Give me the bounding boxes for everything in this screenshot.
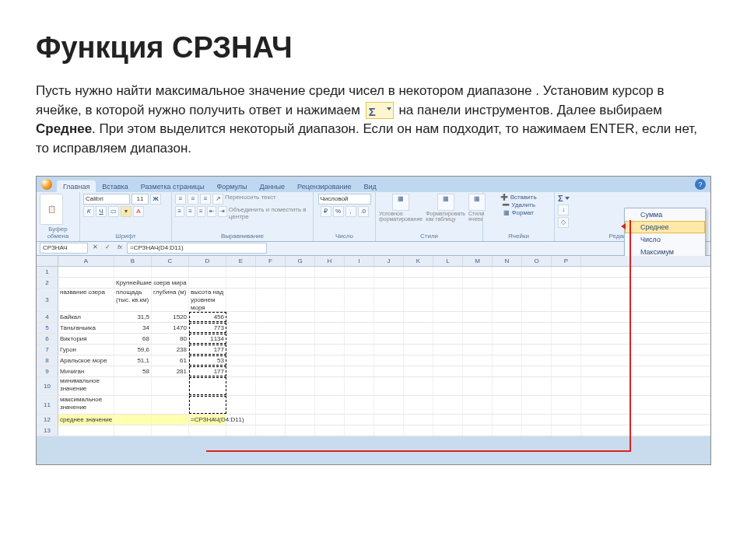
clear-button[interactable]: ◇ [558, 217, 569, 228]
row-11[interactable]: 11максимальное значение [37, 396, 710, 415]
menu-average[interactable]: Среднее [625, 221, 705, 233]
paste-button[interactable]: 📋 [40, 194, 63, 225]
col-E[interactable]: E [226, 256, 256, 266]
row-13[interactable]: 13 [37, 425, 710, 436]
col-G[interactable]: G [286, 256, 315, 266]
row-8[interactable]: 8Аральское море51,16153 [37, 355, 710, 366]
enter-icon[interactable]: ✓ [102, 243, 113, 254]
col-C[interactable]: C [152, 256, 189, 266]
para-part3: . При этом выделится некоторый диапазон.… [36, 121, 697, 156]
indent-inc[interactable]: ⇥ [218, 206, 227, 217]
col-I[interactable]: I [345, 256, 374, 266]
row-1[interactable]: 1 [37, 267, 710, 278]
group-font: Шрифт [83, 233, 168, 240]
menu-count[interactable]: Число [625, 233, 705, 246]
col-N[interactable]: N [493, 256, 522, 266]
office-button[interactable] [41, 179, 52, 190]
col-M[interactable]: M [463, 256, 493, 266]
cond-format-button[interactable]: ▦ [392, 194, 409, 211]
row-5[interactable]: 5Таньганьика341470773 [37, 323, 710, 334]
clipboard-icon: 📋 [47, 205, 56, 213]
group-number: Число [317, 233, 372, 240]
ribbon: 📋 Буфер обмена Calibri 11 Ж К Ч ▭ ▾ A Шр… [37, 192, 710, 242]
fx-icon[interactable]: fx [114, 243, 125, 254]
formula-input[interactable]: =СРЗНАЧ(D4:D11) [127, 243, 267, 254]
row-3[interactable]: 3название озераплощадь (тыс. кв.км)глуби… [37, 289, 710, 312]
name-box[interactable]: СРЗНАЧ [40, 243, 88, 254]
row-10[interactable]: 10минимальное значение [37, 377, 710, 396]
excel-window: Главная Вставка Разметка страницы Формул… [36, 176, 711, 465]
insert-cells-button[interactable]: ➕ Вставить [500, 194, 536, 201]
chevron-down-icon [565, 197, 570, 200]
underline-button[interactable]: Ч [96, 206, 107, 217]
group-cells: Ячейки [486, 233, 551, 240]
align-bot[interactable]: ≡ [200, 194, 211, 205]
tab-formulas[interactable]: Формулы [210, 180, 253, 192]
row-7[interactable]: 7Гурон59,6238177 [37, 345, 710, 355]
italic-button[interactable]: К [83, 206, 94, 217]
ribbon-tabbar: Главная Вставка Разметка страницы Формул… [37, 177, 710, 192]
row-12[interactable]: 12среднее значение=СРЗНАЧ(D4:D11) [37, 415, 710, 425]
merge-button[interactable]: Объединить и поместить в центре [229, 206, 310, 220]
fill-down-button[interactable]: ↓ [558, 205, 569, 215]
bold-button[interactable]: Ж [150, 194, 161, 205]
fill-button[interactable]: ▾ [121, 206, 132, 217]
tab-view[interactable]: Вид [358, 180, 383, 192]
percent-button[interactable]: % [333, 206, 344, 217]
col-L[interactable]: L [433, 256, 463, 266]
delete-cells-button[interactable]: ➖ Удалить [502, 201, 535, 208]
align-left[interactable]: ≡ [175, 206, 184, 217]
arrow-right-icon [621, 223, 626, 229]
col-A[interactable]: A [58, 256, 114, 266]
menu-sum[interactable]: Сумма [625, 208, 705, 221]
autosum-button[interactable]: Σ [558, 194, 570, 203]
callout-line-h [206, 450, 631, 452]
font-name-select[interactable]: Calibri [83, 194, 130, 205]
comma-button[interactable]: , [345, 206, 356, 217]
spreadsheet-grid[interactable]: A B C D E F G H I J K L M N O P 1 2Крупн… [37, 256, 710, 436]
align-top[interactable]: ≡ [175, 194, 186, 205]
fmt-table-button[interactable]: ▦ [437, 194, 454, 211]
col-K[interactable]: K [404, 256, 433, 266]
col-F[interactable]: F [256, 256, 286, 266]
font-size-select[interactable]: 11 [132, 194, 149, 205]
orient[interactable]: ↗ [212, 194, 223, 205]
row-6[interactable]: 6Виктория68801134 [37, 334, 710, 345]
slide-paragraph: Пусть нужно найти максимальное значение … [36, 82, 711, 159]
autosum-inline-icon: Σ [366, 102, 394, 119]
currency-button[interactable]: ₽ [321, 206, 331, 217]
formula-bar: СРЗНАЧ ✕ ✓ fx =СРЗНАЧ(D4:D11) [37, 242, 710, 256]
tab-insert[interactable]: Вставка [96, 180, 134, 192]
tab-home[interactable]: Главная [57, 180, 96, 192]
tab-review[interactable]: Рецензирование [291, 180, 358, 192]
wrap-text-button[interactable]: Переносить текст [225, 194, 276, 205]
border-button[interactable]: ▭ [108, 206, 119, 217]
col-O[interactable]: O [522, 256, 552, 266]
tab-data[interactable]: Данные [254, 180, 292, 192]
col-P[interactable]: P [552, 256, 581, 266]
inc-dec-button[interactable]: .0 [358, 206, 369, 217]
col-B[interactable]: B [114, 256, 152, 266]
row-9[interactable]: 9Мичиган58281177 [37, 366, 710, 377]
number-format-select[interactable]: Числовой [318, 194, 371, 205]
col-D[interactable]: D [189, 256, 226, 266]
sigma-icon: Σ [558, 194, 563, 203]
fmttable-label: Форматировать как таблицу [426, 211, 465, 222]
cancel-icon[interactable]: ✕ [89, 243, 100, 254]
col-H[interactable]: H [315, 256, 345, 266]
help-icon[interactable]: ? [695, 179, 706, 190]
indent-dec[interactable]: ⇤ [207, 206, 216, 217]
col-J[interactable]: J [374, 256, 404, 266]
para-part2: на панели инструментов. Далее выбираем [398, 103, 662, 117]
align-right[interactable]: ≡ [197, 206, 206, 217]
row-4[interactable]: 4Байкал31,51520456 [37, 312, 710, 323]
row-2[interactable]: 2Крупнейшие озера мира [37, 278, 710, 289]
format-cells-button[interactable]: ▦ Формат [503, 209, 534, 216]
align-mid[interactable]: ≡ [188, 194, 198, 205]
group-alignment: Выравнивание [175, 233, 310, 240]
slide-title: Функция СРЗНАЧ [36, 31, 711, 65]
para-bold: Среднее [36, 121, 92, 136]
tab-layout[interactable]: Разметка страницы [135, 180, 211, 192]
align-center[interactable]: ≡ [186, 206, 195, 217]
font-color-button[interactable]: A [133, 206, 144, 217]
